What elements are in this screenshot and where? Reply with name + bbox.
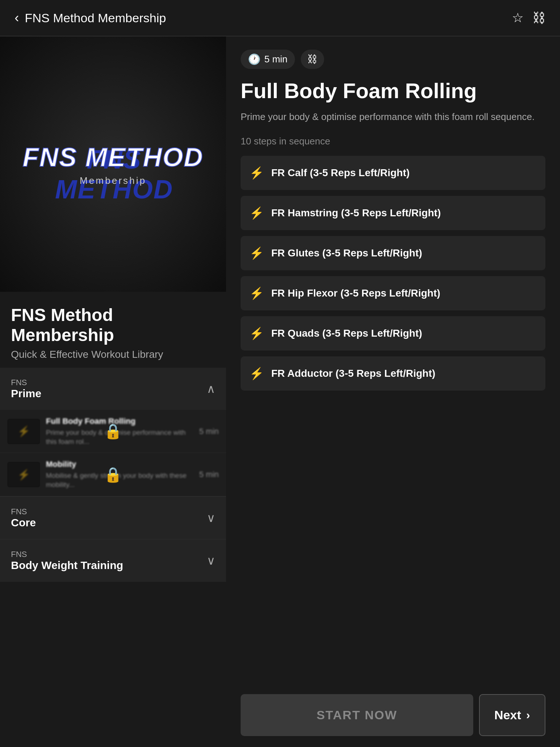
duration-value: 5 min [264, 54, 288, 65]
membership-subtitle: Quick & Effective Workout Library [11, 349, 215, 360]
step-icon-3: ⚡ [249, 286, 264, 300]
step-icon-5: ⚡ [249, 367, 264, 380]
chevron-down-icon-bwt: ∨ [207, 554, 215, 568]
section-core-title: Core [11, 516, 36, 529]
right-panel: 🕐 5 min ⛓ Full Body Foam Rolling Prime y… [226, 36, 560, 747]
header-icons: ☆ ⛓ [512, 10, 545, 26]
section-bwt-label: FNS [11, 550, 123, 559]
next-label: Next [494, 708, 521, 722]
membership-info: FNS Method Membership Quick & Effective … [0, 292, 226, 368]
step-icon-1: ⚡ [249, 206, 264, 220]
start-now-button[interactable]: START NOW [241, 694, 473, 736]
section-prime-content: ⚡ Full Body Foam Rolling Prime your body… [0, 410, 226, 496]
header-left: ‹ FNS Method Membership [15, 10, 166, 26]
section-bwt-header[interactable]: FNS Body Weight Training ∨ [0, 539, 226, 582]
membership-title: FNS Method Membership [11, 305, 215, 345]
list-item[interactable]: ⚡ Mobility Mobilise & gently stretch you… [0, 453, 226, 496]
workout-duration-2: 5 min [199, 470, 219, 479]
workout-thumb-2: ⚡ [7, 462, 40, 487]
section-prime-header[interactable]: FNS Prime ∧ [0, 368, 226, 410]
detail-link-badge[interactable]: ⛓ [301, 50, 324, 69]
link-icon[interactable]: ⛓ [532, 10, 545, 26]
section-core-header[interactable]: FNS Core ∨ [0, 496, 226, 539]
hero-image: FNS METHOD FNS METHOD Membership [0, 36, 226, 292]
left-panel: FNS METHOD FNS METHOD Membership FNS Met… [0, 36, 226, 747]
header-title: FNS Method Membership [25, 11, 166, 25]
section-core-label: FNS [11, 507, 36, 516]
step-icon-0: ⚡ [249, 166, 264, 180]
workout-thumb-1: ⚡ [7, 419, 40, 444]
list-item[interactable]: ⚡ Full Body Foam Rolling Prime your body… [0, 410, 226, 453]
chevron-down-icon-core: ∨ [207, 511, 215, 525]
step-name-5: FR Adductor (3-5 Reps Left/Right) [271, 368, 435, 379]
detail-link-icon: ⛓ [307, 54, 318, 65]
workout-thumb-blur-1 [7, 419, 40, 444]
next-button[interactable]: Next › [479, 694, 545, 736]
bookmark-icon[interactable]: ☆ [512, 10, 524, 26]
step-icon-2: ⚡ [249, 246, 264, 260]
back-button[interactable]: ‹ [15, 10, 19, 26]
hero-logo: FNS METHOD FNS METHOD Membership [23, 142, 203, 186]
header: ‹ FNS Method Membership ☆ ⛓ [0, 0, 560, 36]
bottom-actions: START NOW Next › [241, 685, 545, 747]
next-arrow-icon: › [526, 708, 530, 722]
workout-duration-1: 5 min [199, 427, 219, 436]
steps-label: 10 steps in sequence [241, 136, 545, 147]
hero-logo-sub: Membership [23, 175, 203, 186]
section-core-labels: FNS Core [11, 507, 36, 529]
step-name-4: FR Quads (3-5 Reps Left/Right) [271, 328, 422, 339]
list-item[interactable]: ⚡ FR Quads (3-5 Reps Left/Right) [241, 316, 545, 351]
section-prime-labels: FNS Prime [11, 378, 41, 400]
main-content: FNS METHOD FNS METHOD Membership FNS Met… [0, 36, 560, 747]
step-icon-4: ⚡ [249, 326, 264, 340]
hero-logo-main: FNS METHOD [23, 142, 203, 172]
detail-title: Full Body Foam Rolling [241, 79, 545, 102]
section-bwt-title: Body Weight Training [11, 559, 123, 572]
section-prime-title: Prime [11, 387, 41, 400]
lock-icon-2: 🔒 [104, 466, 122, 483]
list-item[interactable]: ⚡ FR Calf (3-5 Reps Left/Right) [241, 156, 545, 190]
list-item[interactable]: ⚡ FR Adductor (3-5 Reps Left/Right) [241, 356, 545, 391]
detail-description: Prime your body & optimise performance w… [241, 110, 545, 124]
step-name-2: FR Glutes (3-5 Reps Left/Right) [271, 247, 422, 259]
section-bwt-labels: FNS Body Weight Training [11, 550, 123, 572]
meta-row: 🕐 5 min ⛓ [241, 50, 545, 69]
lock-icon-1: 🔒 [104, 423, 122, 440]
list-item[interactable]: ⚡ FR Glutes (3-5 Reps Left/Right) [241, 236, 545, 270]
workout-thumb-blur-2 [7, 462, 40, 487]
duration-badge: 🕐 5 min [241, 50, 295, 69]
step-name-3: FR Hip Flexor (3-5 Reps Left/Right) [271, 287, 440, 299]
section-prime-label: FNS [11, 378, 41, 387]
clock-icon: 🕐 [248, 53, 261, 65]
step-name-1: FR Hamstring (3-5 Reps Left/Right) [271, 207, 441, 219]
list-item[interactable]: ⚡ FR Hip Flexor (3-5 Reps Left/Right) [241, 276, 545, 310]
chevron-up-icon: ∧ [207, 382, 215, 396]
steps-list: ⚡ FR Calf (3-5 Reps Left/Right) ⚡ FR Ham… [241, 156, 545, 678]
step-name-0: FR Calf (3-5 Reps Left/Right) [271, 167, 410, 179]
list-item[interactable]: ⚡ FR Hamstring (3-5 Reps Left/Right) [241, 196, 545, 230]
sections: FNS Prime ∧ ⚡ Full Body Foam Rolling Pri… [0, 368, 226, 747]
